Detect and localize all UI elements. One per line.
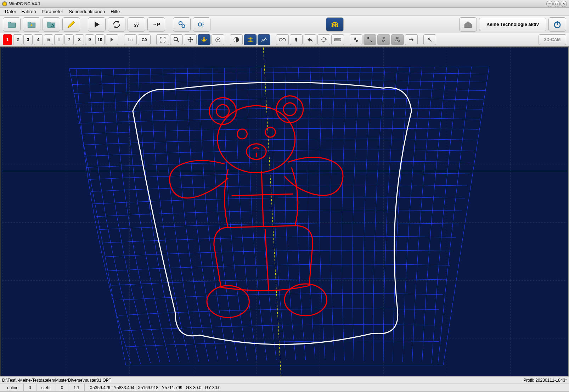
grid-icon [247, 37, 253, 43]
layer-2[interactable]: 2 [13, 34, 22, 45]
play-button[interactable] [88, 17, 106, 32]
status-ratio: 1:1 [68, 384, 84, 391]
layer-1[interactable]: 1 [3, 34, 12, 45]
undo-button[interactable] [304, 34, 316, 45]
rotate-90-button[interactable]: ↻90 [377, 34, 390, 45]
open-recent-button[interactable] [43, 17, 60, 32]
g0-button[interactable]: G0 [138, 34, 151, 45]
crosshair-icon [321, 37, 327, 43]
glasses-icon [279, 37, 286, 42]
magnifier-icon [173, 37, 180, 43]
menu-datei[interactable]: Datei [2, 8, 18, 15]
graph-icon [261, 37, 267, 43]
menu-hilfe[interactable]: Hilfe [108, 8, 123, 15]
status-v1: 0 [23, 384, 36, 391]
folder-refresh-icon [46, 19, 56, 29]
grid-button[interactable] [244, 34, 257, 45]
svg-point-1 [182, 24, 185, 27]
house-icon [463, 19, 473, 29]
layer-6[interactable]: 6 [54, 34, 63, 45]
main-toolbar: →↑XY →P Keine Technologie aktiv [0, 16, 569, 33]
expand-icon [367, 37, 373, 43]
layer-4[interactable]: 4 [34, 34, 43, 45]
center-button[interactable] [317, 34, 330, 45]
refresh-icon [112, 19, 122, 29]
next-layer-button[interactable] [106, 34, 118, 45]
home-button[interactable] [459, 17, 477, 32]
undo-icon [307, 37, 313, 42]
technology-status: Keine Technologie aktiv [479, 18, 546, 31]
reload-button[interactable] [108, 17, 125, 32]
contrast-button[interactable] [230, 34, 243, 45]
status-bar: online 0 steht 0 1:1 X5359.426 : Y5833.4… [0, 383, 569, 391]
surface-scan-button[interactable] [326, 17, 344, 32]
graph-button[interactable] [258, 34, 270, 45]
svg-point-10 [283, 38, 286, 41]
app-icon [2, 1, 7, 6]
menu-fahren[interactable]: Fahren [18, 8, 39, 15]
play-icon [92, 19, 102, 29]
surface-icon [330, 19, 340, 29]
fit-icon [159, 37, 166, 43]
rotate-100-icon: ⊕100 [395, 37, 400, 43]
line-numbers-button[interactable]: 1xx [124, 34, 137, 45]
svg-point-5 [203, 39, 205, 41]
wireframe-button[interactable] [212, 34, 224, 45]
2d-cam-button[interactable]: 2D-CAM [539, 34, 566, 45]
rotate-100-button[interactable]: ⊕100 [391, 34, 404, 45]
menu-sonderfunktionen[interactable]: Sonderfunktionen [66, 8, 108, 15]
settings-button[interactable] [173, 17, 191, 32]
fit-screen-button[interactable] [156, 34, 169, 45]
file-path: D:\Test\!-Meine-Testdateien\MusterDivers… [2, 378, 111, 383]
close-button[interactable]: × [560, 1, 567, 7]
arrow-right-icon [109, 37, 115, 43]
status-coords: X5359.426 : Y5833.404 | X5169.918 : Y571… [84, 384, 567, 391]
folder-star-icon [27, 19, 36, 29]
contrast-icon [233, 37, 240, 43]
window-title: WinPC-NC V4.1 [9, 1, 546, 6]
status-steht: steht [36, 384, 56, 391]
maximize-button[interactable]: □ [553, 1, 560, 7]
shrink-icon [353, 37, 359, 43]
edit-button[interactable] [62, 17, 80, 32]
layer-3[interactable]: 3 [23, 34, 33, 45]
viewport[interactable] [0, 47, 569, 376]
shrink-button[interactable] [350, 34, 362, 45]
goto-p-button[interactable]: →P [147, 17, 165, 32]
trim-button[interactable] [423, 34, 436, 45]
power-button[interactable] [548, 17, 566, 32]
pan-button[interactable] [184, 34, 197, 45]
svg-point-4 [174, 37, 178, 41]
xy-icon: →↑XY [134, 21, 139, 28]
status-online: online [2, 384, 23, 391]
open-favorite-button[interactable] [23, 17, 40, 32]
layer-10[interactable]: 10 [95, 34, 105, 45]
flip-button[interactable] [405, 34, 418, 45]
move-icon [187, 37, 193, 43]
expand-button[interactable] [364, 34, 376, 45]
zoom-button[interactable] [170, 34, 183, 45]
minimize-button[interactable]: − [546, 1, 553, 7]
menubar: Datei Fahren Parameter Sonderfunktionen … [0, 8, 569, 16]
flip-icon [408, 37, 415, 42]
rotate-3d-button[interactable] [198, 34, 210, 45]
measure-button[interactable] [331, 34, 344, 45]
window-titlebar: WinPC-NC V4.1 − □ × [0, 0, 569, 8]
view-toolbar: 1 2 3 4 5 6 7 8 9 10 1xx G0 ↻90 ⊕100 2D-… [0, 33, 569, 47]
power-icon [552, 19, 562, 29]
orbit-icon [201, 37, 207, 43]
menu-parameter[interactable]: Parameter [39, 8, 66, 15]
open-folder-button[interactable] [3, 17, 21, 32]
layer-9[interactable]: 9 [85, 34, 94, 45]
pin-button[interactable] [290, 34, 303, 45]
svg-point-2 [198, 23, 202, 26]
glasses-button[interactable] [276, 34, 289, 45]
tool-settings-button[interactable] [193, 17, 210, 32]
goto-xy-button[interactable]: →↑XY [128, 17, 145, 32]
layer-5[interactable]: 5 [44, 34, 53, 45]
pin-icon [293, 37, 299, 43]
canvas-svg [1, 47, 568, 376]
p-icon: →P [152, 22, 160, 27]
layer-7[interactable]: 7 [64, 34, 74, 45]
layer-8[interactable]: 8 [75, 34, 84, 45]
